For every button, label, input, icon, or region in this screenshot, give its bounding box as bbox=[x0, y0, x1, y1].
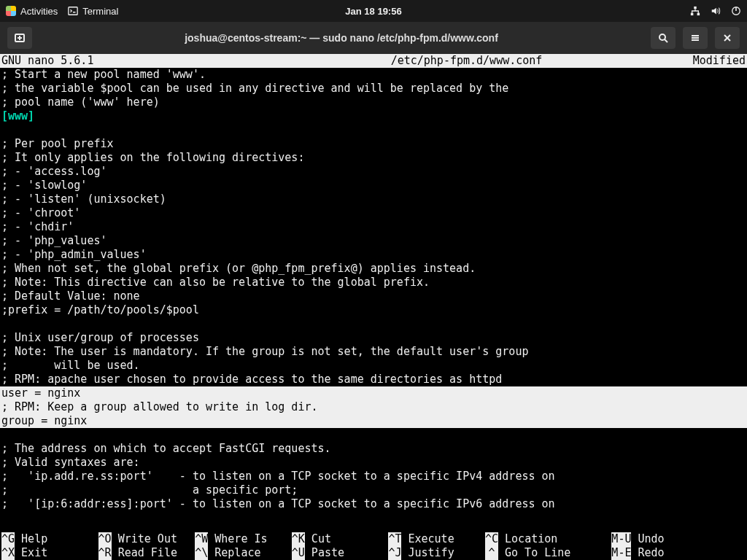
shortcut-key: M-E bbox=[611, 546, 631, 560]
shortcut-help: ^GHelp bbox=[1, 532, 98, 546]
svg-rect-1 bbox=[694, 7, 697, 9]
window-title: joshua@centos-stream:~ — sudo nano /etc/… bbox=[39, 32, 643, 44]
shortcut-key: ^R bbox=[98, 546, 112, 560]
svg-point-9 bbox=[659, 34, 665, 40]
svg-line-10 bbox=[665, 39, 667, 42]
clock[interactable]: Jan 18 19:56 bbox=[345, 6, 401, 17]
shortcut-label: Justify bbox=[408, 546, 454, 560]
shortcut-label: Paste bbox=[311, 546, 344, 560]
shortcut-read-file: ^RRead File bbox=[98, 546, 196, 560]
nano-titlebar: GNU nano 5.6.1 /etc/php-fpm.d/www.conf M… bbox=[0, 54, 747, 68]
shortcut-paste: ^UPaste bbox=[292, 546, 389, 560]
shortcut-exit: ^XExit bbox=[1, 546, 98, 560]
shortcut-key: ^C bbox=[485, 532, 498, 546]
shortcut-label: Undo bbox=[638, 532, 664, 546]
search-button[interactable] bbox=[651, 27, 676, 49]
shortcut-key: ^ bbox=[485, 546, 498, 560]
shortcut-label: Replace bbox=[214, 546, 260, 560]
svg-rect-3 bbox=[697, 13, 700, 16]
shortcut-key: ^X bbox=[1, 546, 15, 560]
shortcut-label: Cut bbox=[311, 532, 331, 546]
body-post: ; The address on which to accept FastCGI… bbox=[1, 442, 555, 510]
svg-rect-2 bbox=[691, 13, 694, 16]
shortcut-where-is: ^WWhere Is bbox=[195, 532, 292, 546]
shortcut-key: ^W bbox=[195, 532, 208, 546]
terminal-viewport[interactable]: GNU nano 5.6.1 /etc/php-fpm.d/www.conf M… bbox=[0, 54, 747, 560]
shortcut-justify: ^JJustify bbox=[388, 546, 485, 560]
shortcut-location: ^CLocation bbox=[485, 532, 611, 546]
editor-body[interactable]: ; Start a new pool named 'www'. ; the va… bbox=[0, 68, 747, 511]
shortcut-cut: ^KCut bbox=[292, 532, 389, 546]
window-titlebar: joshua@centos-stream:~ — sudo nano /etc/… bbox=[0, 22, 747, 54]
volume-icon[interactable] bbox=[711, 6, 721, 16]
shortcut-key: ^T bbox=[388, 532, 401, 546]
shortcut-redo: M-ERedo bbox=[611, 546, 746, 560]
shortcut-key: ^G bbox=[1, 532, 15, 546]
new-tab-button[interactable] bbox=[7, 27, 32, 49]
pool-section-header: [www] bbox=[1, 109, 34, 122]
shortcut-label: Where Is bbox=[214, 532, 267, 546]
shortcut-key: ^\ bbox=[195, 546, 208, 560]
shortcut-label: Exit bbox=[21, 546, 47, 560]
nano-shortcuts: ^GHelp^OWrite Out^WWhere Is^KCut^TExecut… bbox=[0, 532, 747, 560]
shortcut-label: Execute bbox=[408, 532, 454, 546]
shortcut-key: ^O bbox=[98, 532, 112, 546]
nano-app-version: GNU nano 5.6.1 bbox=[1, 54, 299, 68]
power-icon[interactable] bbox=[731, 6, 741, 16]
terminal-app-menu[interactable]: Terminal bbox=[68, 6, 118, 17]
nano-file-path: /etc/php-fpm.d/www.conf bbox=[299, 54, 634, 68]
terminal-app-label: Terminal bbox=[82, 6, 118, 17]
shortcut-key: ^K bbox=[292, 532, 305, 546]
terminal-icon bbox=[68, 6, 78, 16]
network-status-icon[interactable] bbox=[690, 6, 700, 16]
shortcut-label: Go To Line bbox=[505, 546, 570, 560]
shortcut-key: M-U bbox=[611, 532, 631, 546]
selected-lines: user = nginx ; RPM: Keep a group allowed… bbox=[0, 386, 747, 428]
body-pre: ; Start a new pool named 'www'. ; the va… bbox=[1, 68, 508, 109]
shortcut-go-to-line: ^ Go To Line bbox=[485, 546, 611, 560]
shortcut-replace: ^\Replace bbox=[195, 546, 292, 560]
activities-button[interactable]: Activities bbox=[6, 6, 58, 17]
shortcut-execute: ^TExecute bbox=[388, 532, 485, 546]
activities-label: Activities bbox=[20, 6, 58, 17]
shortcut-write-out: ^OWrite Out bbox=[98, 532, 196, 546]
shortcut-label: Read File bbox=[118, 546, 177, 560]
shortcut-key: ^U bbox=[292, 546, 305, 560]
shortcut-undo: M-UUndo bbox=[611, 532, 746, 546]
shortcut-label: Location bbox=[505, 532, 557, 546]
shortcut-key: ^J bbox=[388, 546, 401, 560]
svg-rect-0 bbox=[69, 7, 77, 15]
activities-icon bbox=[6, 6, 16, 16]
body-mid: ; Per pool prefix ; It only applies on t… bbox=[1, 137, 528, 386]
shortcut-label: Help bbox=[21, 532, 47, 546]
menu-button[interactable] bbox=[683, 27, 708, 49]
shortcut-label: Redo bbox=[638, 546, 664, 560]
shortcut-label: Write Out bbox=[118, 532, 177, 546]
gnome-topbar: Activities Terminal Jan 18 19:56 bbox=[0, 0, 747, 22]
close-button[interactable] bbox=[715, 27, 740, 49]
nano-status: Modified bbox=[634, 54, 746, 68]
